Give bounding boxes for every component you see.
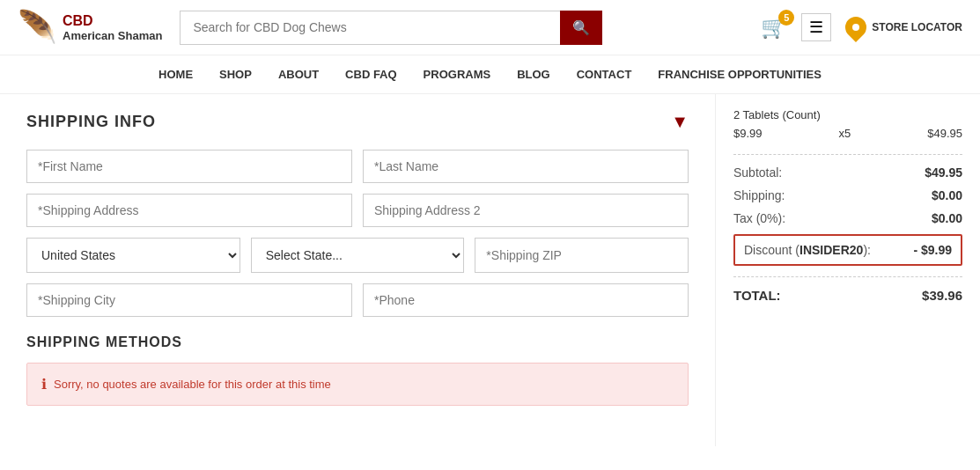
zip-input[interactable] (475, 238, 689, 273)
nav-item-shop[interactable]: SHOP (219, 64, 252, 84)
city-input[interactable] (26, 283, 352, 317)
shipping-address-input[interactable] (26, 194, 352, 227)
logo-text: CBD American Shaman (63, 12, 162, 43)
logo-icon: 🪶 (18, 9, 57, 46)
tax-value: $0.00 (932, 211, 962, 225)
subtotal-label: Subtotal: (733, 165, 782, 180)
product-item: 2 Tablets (Count) $9.99 x5 $49.95 (733, 108, 962, 140)
alert-message: Sorry, no quotes are available for this … (54, 378, 331, 391)
alert-icon: ℹ (41, 376, 47, 393)
discount-row: Discount (INSIDER20): - $9.99 (733, 234, 962, 266)
chevron-down-icon: ▼ (671, 112, 689, 132)
shipping-info-header: SHIPPING INFO ▼ (26, 112, 689, 132)
divider-1 (733, 154, 962, 155)
total-label: TOTAL: (733, 288, 781, 303)
nav-item-franchise[interactable]: FRANCHISE OPPORTUNITIES (658, 64, 822, 84)
shipping-row: Shipping: $0.00 (733, 188, 962, 202)
nav-item-home[interactable]: HOME (158, 64, 193, 84)
shipping-info-title: SHIPPING INFO (26, 113, 156, 131)
header-right: 🛒 5 ☰ STORE LOCATOR (761, 13, 962, 41)
nav-item-blog[interactable]: BLOG (517, 64, 550, 84)
left-panel: SHIPPING INFO ▼ United States Select Sta… (0, 94, 716, 446)
tax-label: Tax (0%): (733, 211, 785, 225)
nav-item-programs[interactable]: PROGRAMS (424, 64, 491, 84)
city-phone-row (26, 283, 689, 317)
address-row (26, 194, 689, 227)
store-locator[interactable]: STORE LOCATOR (845, 17, 962, 38)
total-row: TOTAL: $39.96 (733, 288, 962, 303)
total-value: $39.96 (922, 288, 962, 303)
nav-item-contact[interactable]: CONTACT (577, 64, 632, 84)
discount-code: INSIDER20 (799, 243, 863, 257)
name-row (26, 150, 689, 183)
store-pin-icon (841, 12, 871, 42)
product-price-row: $9.99 x5 $49.95 (733, 127, 962, 140)
tax-row: Tax (0%): $0.00 (733, 211, 962, 225)
discount-label: Discount (INSIDER20): (744, 243, 871, 257)
product-total: $49.95 (927, 127, 962, 140)
first-name-input[interactable] (26, 150, 352, 183)
main-layout: SHIPPING INFO ▼ United States Select Sta… (0, 94, 980, 446)
subtotal-value: $49.95 (925, 165, 962, 180)
search-area: 🔍 (180, 11, 602, 45)
store-locator-label: STORE LOCATOR (872, 21, 962, 33)
subtotal-row: Subtotal: $49.95 (733, 165, 962, 180)
last-name-input[interactable] (363, 150, 689, 183)
order-summary-panel: 2 Tablets (Count) $9.99 x5 $49.95 Subtot… (716, 94, 980, 446)
country-select[interactable]: United States (26, 238, 240, 273)
shipping-label: Shipping: (733, 188, 785, 202)
cart-badge: 5 (778, 10, 794, 26)
logo: 🪶 CBD American Shaman (18, 9, 162, 46)
country-state-zip-row: United States Select State... Alabama Al… (26, 238, 689, 273)
phone-input[interactable] (363, 283, 689, 317)
cart-icon[interactable]: 🛒 5 (761, 15, 787, 40)
product-name: 2 Tablets (Count) (733, 108, 962, 121)
shipping-value: $0.00 (932, 188, 962, 202)
search-button[interactable]: 🔍 (560, 11, 602, 45)
search-input[interactable] (180, 11, 560, 45)
discount-value: - $9.99 (913, 243, 952, 257)
header: 🪶 CBD American Shaman 🔍 🛒 5 ☰ STORE LOCA… (0, 0, 980, 55)
nav-item-about[interactable]: ABOUT (278, 64, 319, 84)
nav: HOME SHOP ABOUT CBD FAQ PROGRAMS BLOG CO… (0, 55, 980, 94)
shipping-methods-title: SHIPPING METHODS (26, 334, 689, 350)
shipping-address2-input[interactable] (363, 194, 689, 227)
product-qty: x5 (839, 127, 851, 140)
shipping-alert: ℹ Sorry, no quotes are available for thi… (26, 363, 689, 406)
state-select[interactable]: Select State... Alabama Alaska Arizona C… (251, 238, 465, 273)
hamburger-button[interactable]: ☰ (801, 13, 831, 41)
divider-2 (733, 276, 962, 277)
nav-item-cbdfaq[interactable]: CBD FAQ (345, 64, 397, 84)
product-price: $9.99 (733, 127, 763, 140)
